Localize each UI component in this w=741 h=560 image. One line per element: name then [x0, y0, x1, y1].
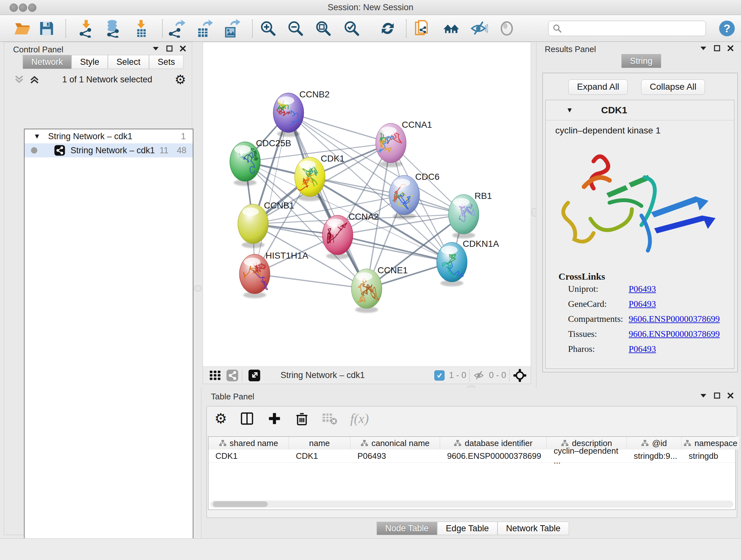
export-image-button[interactable] — [221, 19, 241, 38]
selected-checkbox[interactable] — [434, 370, 445, 381]
collapse-all-button[interactable]: Collapse All — [641, 79, 705, 95]
float-panel-icon[interactable] — [166, 45, 173, 52]
table-cell[interactable]: P06493 — [350, 449, 440, 462]
collapse-section-icon[interactable]: ▼ — [566, 106, 573, 114]
protein-card-header[interactable]: ▼ CDK1 — [546, 100, 734, 120]
network-edge[interactable] — [288, 113, 367, 289]
app-window: Session: New Session — [0, 0, 741, 560]
crosslink-value-link[interactable]: P06493 — [629, 299, 656, 309]
tab-node-table[interactable]: Node Table — [377, 522, 437, 535]
column-header-canonical-name[interactable]: canonical name — [350, 437, 440, 449]
pan-crosshair-icon[interactable] — [513, 368, 527, 382]
network-node-CCNE1[interactable] — [351, 269, 382, 313]
zoom-in-button[interactable] — [259, 19, 278, 38]
network-node-RB1[interactable] — [448, 194, 479, 239]
network-node-CDC25B[interactable] — [230, 142, 260, 186]
network-node-CDC6[interactable] — [389, 175, 420, 219]
crosslink-value-link[interactable]: P06493 — [629, 284, 656, 294]
network-edge[interactable] — [338, 235, 452, 262]
network-edge[interactable] — [255, 274, 367, 289]
panel-menu-icon[interactable] — [152, 46, 159, 51]
network-node-CDKN1A[interactable] — [436, 242, 467, 287]
table-options-gear-icon[interactable]: ⚙ — [214, 412, 227, 426]
show-graphics-button[interactable] — [497, 19, 516, 38]
table-cell[interactable]: stringdb — [682, 449, 740, 462]
table-cell[interactable]: CDK1 — [208, 449, 289, 462]
crosslink-value-link[interactable]: 9606.ENSP00000378699 — [629, 314, 720, 324]
panel-menu-icon[interactable] — [700, 46, 707, 51]
import-table-button[interactable] — [131, 19, 151, 38]
import-network-from-database-button[interactable] — [104, 19, 123, 38]
table-cell[interactable]: stringdb:9... — [627, 449, 682, 462]
crosslink-value-link[interactable]: P06493 — [629, 344, 656, 354]
network-node-CCNB1[interactable] — [238, 204, 268, 248]
grid-view-icon[interactable] — [209, 369, 221, 382]
column-tree-icon — [561, 440, 569, 447]
show-columns-icon[interactable] — [240, 411, 254, 426]
column-header-name[interactable]: name — [289, 437, 350, 449]
close-panel-icon[interactable] — [727, 392, 734, 399]
panel-menu-icon[interactable] — [700, 393, 707, 398]
tab-select[interactable]: Select — [108, 55, 149, 69]
column-header-shared-name[interactable]: shared name — [208, 437, 289, 449]
birds-eye-view-icon[interactable] — [248, 369, 261, 382]
table-cell[interactable]: CDK1 — [289, 449, 350, 462]
close-panel-icon[interactable] — [727, 45, 734, 51]
expand-all-icon[interactable] — [29, 75, 40, 84]
tab-network[interactable]: Network — [23, 55, 71, 69]
network-share-gray-icon[interactable] — [226, 369, 239, 382]
protein-card: ▼ CDK1 cyclin–dependent kinase 1 — [545, 100, 734, 369]
table-cell[interactable]: 9606.ENSP00000378699 — [440, 449, 547, 462]
left-splitter-handle[interactable] — [194, 286, 202, 291]
string-results-box: Expand All Collapse All ▼ CDK1 cyclin–de… — [542, 73, 738, 372]
collapse-all-icon[interactable] — [14, 75, 24, 84]
delete-column-icon[interactable] — [294, 411, 309, 426]
zoom-fit-button[interactable] — [314, 19, 333, 38]
column-header-database-identifier[interactable]: database identifier — [440, 437, 547, 449]
network-node-HIST1H1A[interactable] — [239, 254, 270, 298]
help-button[interactable]: ? — [718, 19, 737, 38]
collection-expander-icon[interactable]: ▼ — [33, 132, 41, 140]
network-edge[interactable] — [255, 113, 288, 274]
zoom-selected-button[interactable] — [342, 19, 361, 38]
refresh-button[interactable] — [378, 19, 397, 38]
network-row[interactable]: String Network – cdk1 11 48 — [24, 143, 193, 158]
float-panel-icon[interactable] — [714, 45, 720, 51]
network-edge[interactable] — [288, 113, 391, 143]
table-row[interactable]: CDK1CDK1P064939606.ENSP00000378699cyclin… — [208, 449, 735, 462]
float-panel-icon[interactable] — [714, 392, 720, 399]
node-label: CCNA1 — [402, 120, 432, 130]
tab-edge-table[interactable]: Edge Table — [437, 522, 497, 535]
tab-style[interactable]: Style — [71, 55, 108, 69]
network-collection-row[interactable]: ▼ String Network – cdk1 1 — [24, 129, 193, 143]
zoom-out-button[interactable] — [286, 19, 305, 38]
hide-unhide-button[interactable] — [469, 19, 488, 38]
scrollbar-thumb[interactable] — [213, 501, 268, 507]
import-network-button[interactable] — [77, 19, 96, 38]
search-input[interactable] — [548, 21, 706, 36]
network-options-gear-icon[interactable]: ⚙ — [175, 73, 186, 86]
publication-export-button[interactable] — [413, 19, 432, 38]
add-column-icon[interactable] — [267, 411, 282, 426]
table-cell[interactable]: cyclin–dependent ... — [547, 449, 627, 462]
column-header-namespace[interactable]: namespace — [682, 437, 740, 449]
tab-string[interactable]: String — [621, 54, 661, 68]
tab-sets[interactable]: Sets — [149, 55, 184, 69]
network-canvas[interactable]: CCNB2CCNA1CDC25BCDK1CDC6RB1CCNB1CCNA2CDK… — [203, 42, 531, 367]
close-panel-icon[interactable] — [180, 45, 186, 52]
horizontal-scrollbar[interactable] — [210, 501, 733, 508]
network-node-CCNB2[interactable] — [273, 93, 304, 137]
homes-button[interactable] — [442, 19, 461, 38]
column-header-@id[interactable]: @id — [627, 437, 682, 449]
tab-network-table[interactable]: Network Table — [497, 522, 569, 535]
protein-description: cyclin–dependent kinase 1 — [555, 125, 734, 136]
import-network-icon — [77, 19, 95, 38]
save-session-button[interactable] — [37, 19, 56, 38]
expand-all-button[interactable]: Expand All — [568, 79, 628, 95]
export-network-button[interactable] — [166, 19, 186, 38]
export-table-button[interactable] — [194, 19, 213, 38]
protein-name: CDK1 — [601, 105, 627, 116]
crosslink-value-link[interactable]: 9606.ENSP00000378699 — [629, 329, 720, 339]
column-tree-icon — [684, 440, 691, 447]
open-session-button[interactable] — [13, 19, 32, 38]
